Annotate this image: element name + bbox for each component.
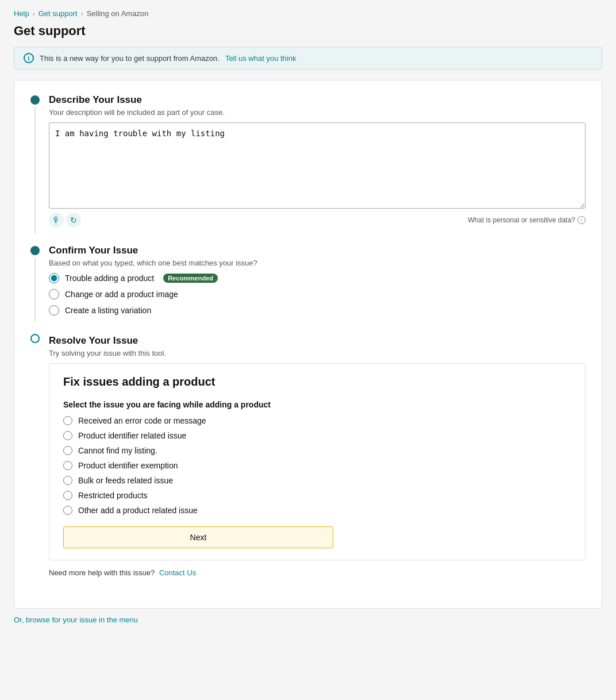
fix-option-3[interactable]: Cannot find my listing. [63, 446, 571, 455]
recommended-badge: Recommended [163, 274, 218, 283]
step-2: Confirm Your Issue Based on what you typ… [30, 245, 586, 321]
confirm-option-3[interactable]: Create a listing variation [49, 305, 586, 316]
fix-option-6-label: Restricted products [78, 491, 148, 500]
confirm-option-2-label: Change or add a product image [65, 290, 178, 299]
resolve-card-title: Fix issues adding a product [63, 375, 571, 389]
fix-option-7[interactable]: Other add a product related issue [63, 506, 571, 515]
confirm-issue-radio-group: Trouble adding a product Recommended Cha… [49, 273, 586, 316]
fix-radio-1[interactable] [63, 416, 72, 425]
sensitive-data-info-icon[interactable]: i [578, 216, 586, 224]
step-3-title: Resolve Your Issue [49, 335, 586, 347]
fix-radio-6[interactable] [63, 491, 72, 500]
fix-option-5[interactable]: Bulk or feeds related issue [63, 476, 571, 485]
step-3: Resolve Your Issue Try solving your issu… [30, 333, 586, 583]
fix-option-2[interactable]: Product identifier related issue [63, 431, 571, 440]
breadcrumb-sep-2: › [81, 10, 83, 18]
confirm-radio-3[interactable] [49, 305, 59, 316]
step-2-indicator [30, 245, 40, 321]
need-help-text: Need more help with this issue? [49, 568, 155, 577]
fix-option-6[interactable]: Restricted products [63, 491, 571, 500]
step-3-content: Resolve Your Issue Try solving your issu… [49, 335, 586, 583]
confirm-radio-2[interactable] [49, 289, 59, 299]
confirm-option-2[interactable]: Change or add a product image [49, 289, 586, 299]
step-2-dot [30, 246, 40, 255]
step-2-content: Confirm Your Issue Based on what you typ… [49, 245, 586, 321]
step-1-indicator [30, 94, 40, 233]
fix-option-1[interactable]: Received an error code or message [63, 416, 571, 425]
info-banner: i This is a new way for you to get suppo… [14, 47, 602, 70]
browse-menu-link[interactable]: Or, browse for your issue in the menu [14, 616, 138, 624]
browse-menu-link-wrapper: Or, browse for your issue in the menu [14, 616, 602, 624]
info-banner-text: This is a new way for you to get support… [40, 54, 220, 63]
issue-description-textarea[interactable]: I am having trouble with my listing [49, 122, 586, 209]
breadcrumb-get-support[interactable]: Get support [38, 9, 78, 18]
step-1-content: Describe Your Issue Your description wil… [49, 94, 586, 233]
step-2-subtitle: Based on what you typed, which one best … [49, 259, 586, 267]
page-title: Get support [14, 24, 602, 39]
fix-issue-label: Select the issue you are facing while ad… [63, 400, 571, 409]
textarea-action-icons: 🎙 ↻ [49, 213, 81, 228]
step-2-line [34, 257, 36, 321]
fix-option-4[interactable]: Product identifier exemption [63, 461, 571, 470]
need-help-row: Need more help with this issue? Contact … [49, 568, 586, 577]
step-3-subtitle: Try solving your issue with this tool. [49, 349, 586, 357]
fix-radio-2[interactable] [63, 431, 72, 440]
fix-radio-group: Received an error code or message Produc… [63, 416, 571, 515]
fix-option-5-label: Bulk or feeds related issue [78, 476, 173, 485]
main-card: Describe Your Issue Your description wil… [14, 80, 602, 609]
fix-radio-5[interactable] [63, 476, 72, 485]
fix-radio-3[interactable] [63, 446, 72, 455]
sensitive-data-link: What is personal or sensitive data? i [468, 216, 586, 224]
fix-option-4-label: Product identifier exemption [78, 461, 178, 470]
contact-us-link[interactable]: Contact Us [159, 568, 196, 577]
fix-option-1-label: Received an error code or message [78, 416, 206, 425]
step-1-dot [30, 95, 40, 105]
step-3-dot [30, 334, 40, 343]
step-1-line [34, 107, 36, 233]
breadcrumb-help[interactable]: Help [14, 9, 29, 18]
info-banner-feedback-link[interactable]: Tell us what you think [225, 54, 297, 63]
fix-option-7-label: Other add a product related issue [78, 506, 198, 515]
fix-radio-7[interactable] [63, 506, 72, 515]
step-1: Describe Your Issue Your description wil… [30, 94, 586, 233]
fix-option-2-label: Product identifier related issue [78, 431, 186, 440]
next-button[interactable]: Next [63, 526, 333, 548]
step-1-title: Describe Your Issue [49, 94, 586, 106]
confirm-radio-1[interactable] [49, 273, 59, 283]
step-2-title: Confirm Your Issue [49, 245, 586, 256]
step-3-indicator [30, 333, 40, 583]
mic-icon[interactable]: 🎙 [49, 213, 64, 228]
confirm-option-1[interactable]: Trouble adding a product Recommended [49, 273, 586, 283]
step-1-subtitle: Your description will be included as par… [49, 108, 586, 117]
fix-option-3-label: Cannot find my listing. [78, 446, 157, 455]
info-banner-icon: i [24, 53, 34, 63]
breadcrumb-sep-1: › [33, 10, 35, 18]
fix-radio-4[interactable] [63, 461, 72, 470]
resolve-card: Fix issues adding a product Select the i… [49, 363, 586, 560]
breadcrumb: Help › Get support › Selling on Amazon [14, 9, 602, 18]
confirm-option-1-label: Trouble adding a product [65, 274, 154, 283]
confirm-option-3-label: Create a listing variation [65, 306, 151, 315]
breadcrumb-current: Selling on Amazon [87, 9, 149, 18]
refresh-icon[interactable]: ↻ [66, 213, 81, 228]
